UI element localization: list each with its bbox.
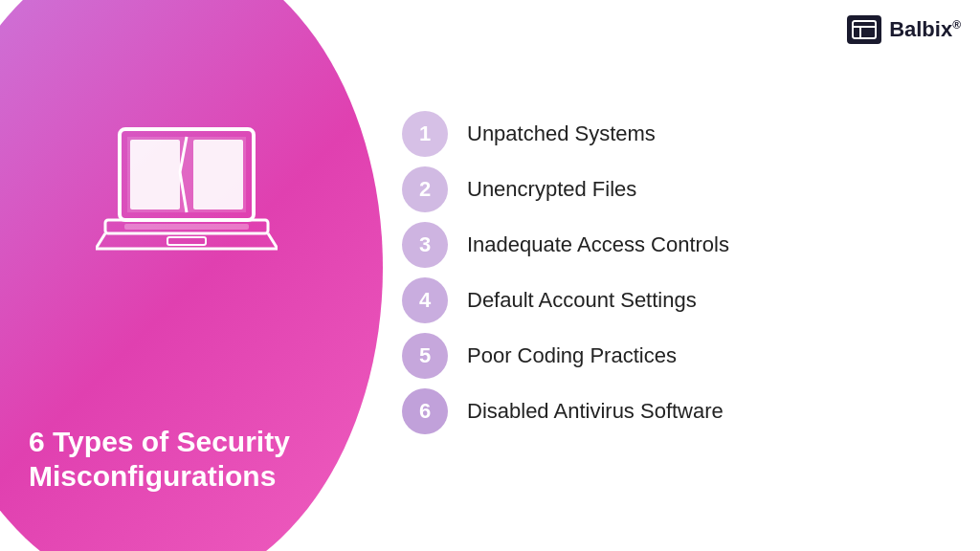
logo-icon	[847, 15, 881, 44]
number-circle-6: 6	[402, 388, 448, 434]
item-text-5: Poor Coding Practices	[467, 342, 677, 369]
svg-line-10	[268, 233, 278, 249]
item-text-4: Default Account Settings	[467, 287, 697, 314]
title-line-2: Misconfigurations	[29, 459, 335, 494]
list-item: 3Inadequate Access Controls	[402, 222, 942, 268]
item-text-3: Inadequate Access Controls	[467, 231, 729, 258]
list-item: 1Unpatched Systems	[402, 111, 942, 157]
number-circle-2: 2	[402, 166, 448, 212]
item-text-1: Unpatched Systems	[467, 121, 656, 147]
number-circle-1: 1	[402, 111, 448, 157]
number-circle-4: 4	[402, 277, 448, 323]
number-circle-3: 3	[402, 222, 448, 268]
title-line-1: 6 Types of Security	[29, 425, 335, 459]
main-title: 6 Types of Security Misconfigurations	[29, 425, 335, 494]
right-panel: 1Unpatched Systems2Unencrypted Files3Ina…	[345, 0, 980, 551]
svg-rect-7	[124, 224, 249, 230]
list-item: 5Poor Coding Practices	[402, 333, 942, 379]
svg-rect-8	[167, 237, 206, 245]
svg-rect-4	[130, 140, 180, 209]
svg-rect-12	[853, 21, 876, 38]
svg-line-9	[96, 233, 105, 249]
list-item: 4Default Account Settings	[402, 277, 942, 323]
list-item: 6Disabled Antivirus Software	[402, 388, 942, 434]
svg-rect-5	[193, 140, 243, 209]
number-circle-5: 5	[402, 333, 448, 379]
list-item: 2Unencrypted Files	[402, 166, 942, 212]
logo-text: Balbix®	[889, 17, 961, 42]
laptop-illustration	[96, 124, 268, 258]
item-text-2: Unencrypted Files	[467, 176, 636, 203]
logo: Balbix®	[847, 15, 961, 44]
item-text-6: Disabled Antivirus Software	[467, 398, 724, 425]
